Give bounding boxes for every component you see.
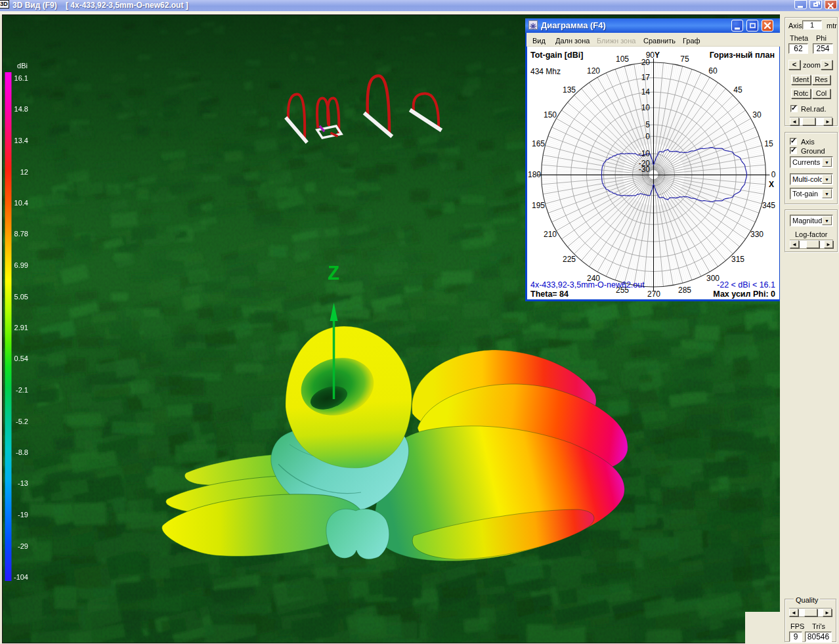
svg-text:-30: -30 (639, 165, 651, 174)
svg-text:0.54: 0.54 (14, 354, 28, 362)
svg-text:-10: -10 (639, 149, 651, 158)
svg-text:5: 5 (645, 120, 650, 129)
svg-text:4x-433,92-3,5mm-O-new62.out: 4x-433,92-3,5mm-O-new62.out (530, 280, 645, 290)
svg-text:30: 30 (752, 110, 762, 119)
svg-text:dBi: dBi (17, 62, 28, 70)
svg-text:Tot-gain [dBi]: Tot-gain [dBi] (530, 51, 583, 60)
svg-text:10: 10 (641, 103, 651, 112)
svg-text:10.4: 10.4 (14, 199, 28, 207)
svg-text:210: 210 (544, 230, 557, 239)
svg-text:-13: -13 (18, 479, 28, 487)
svg-text:-19: -19 (18, 511, 28, 519)
svg-text:180: 180 (528, 170, 541, 179)
svg-text:5.05: 5.05 (14, 293, 28, 301)
svg-text:17: 17 (641, 73, 651, 82)
svg-text:135: 135 (563, 85, 576, 95)
svg-text:330: 330 (750, 230, 764, 239)
svg-text:14.8: 14.8 (14, 105, 28, 113)
svg-text:60: 60 (708, 66, 718, 75)
svg-text:345: 345 (762, 201, 775, 210)
svg-text:225: 225 (563, 255, 576, 264)
svg-text:Z: Z (327, 262, 339, 286)
svg-text:6.99: 6.99 (14, 261, 28, 269)
svg-text:270: 270 (647, 290, 660, 299)
svg-text:105: 105 (616, 54, 629, 64)
svg-text:-104: -104 (14, 573, 28, 581)
svg-text:2.91: 2.91 (14, 324, 28, 332)
svg-text:16.1: 16.1 (14, 74, 28, 82)
svg-text:12: 12 (20, 168, 28, 176)
svg-text:-29: -29 (18, 542, 28, 550)
svg-text:13.4: 13.4 (14, 137, 28, 144)
svg-text:8.78: 8.78 (14, 230, 28, 238)
svg-text:285: 285 (678, 286, 691, 295)
svg-text:-5.2: -5.2 (16, 418, 28, 425)
svg-text:75: 75 (680, 54, 689, 64)
svg-text:-8.8: -8.8 (16, 448, 28, 456)
svg-text:45: 45 (733, 85, 742, 95)
svg-text:434 Mhz: 434 Mhz (530, 67, 561, 76)
svg-text:315: 315 (731, 255, 744, 264)
svg-text:Гориз-ный план: Гориз-ный план (710, 51, 775, 60)
svg-text:0: 0 (771, 170, 776, 179)
svg-text:15: 15 (764, 139, 773, 148)
svg-text:150: 150 (544, 110, 557, 119)
svg-text:X: X (769, 180, 774, 189)
svg-text:-22 < dBi < 16.1: -22 < dBi < 16.1 (717, 280, 775, 290)
svg-text:Y: Y (655, 51, 660, 60)
svg-text:0: 0 (645, 132, 650, 141)
svg-text:165: 165 (532, 139, 545, 148)
svg-text:Theta= 84: Theta= 84 (530, 290, 569, 299)
svg-text:14: 14 (641, 87, 651, 97)
svg-text:195: 195 (532, 201, 545, 210)
svg-text:-2.1: -2.1 (16, 386, 28, 394)
svg-text:120: 120 (587, 66, 600, 75)
svg-text:90: 90 (646, 51, 655, 60)
svg-text:Мах усил Phi: 0: Мах усил Phi: 0 (713, 290, 775, 299)
